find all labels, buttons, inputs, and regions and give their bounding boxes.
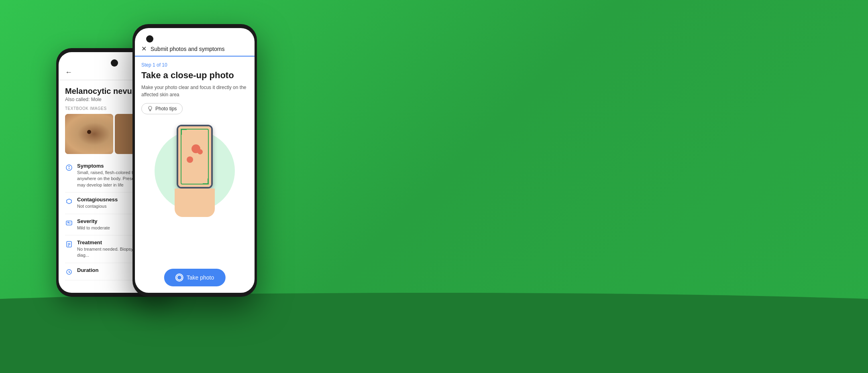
duration-icon — [65, 268, 73, 276]
illus-phone-screen — [178, 126, 211, 186]
phone2-screen: ✕ Submit photos and symptoms Step 1 of 1… — [135, 28, 255, 293]
contagiousness-description: Not contagious — [77, 203, 118, 209]
back-icon[interactable]: ← — [65, 68, 72, 77]
severity-description: Mild to moderate — [77, 225, 110, 231]
contagiousness-label: Contagiousness — [77, 197, 118, 203]
treatment-icon — [65, 240, 73, 248]
phone1-notch — [111, 59, 118, 67]
hand-phone-illustration — [167, 125, 223, 217]
hand-shape — [175, 189, 215, 217]
contagiousness-text: Contagiousness Not contagious — [77, 197, 118, 209]
severity-label: Severity — [77, 218, 110, 224]
phone2: ✕ Submit photos and symptoms Step 1 of 1… — [132, 24, 257, 297]
bg-hill — [0, 293, 868, 373]
phone2-content: Step 1 of 10 Take a close-up photo Make … — [135, 57, 255, 227]
focus-bracket — [181, 129, 209, 184]
severity-icon — [65, 219, 73, 227]
topbar-title: Submit photos and symptoms — [151, 46, 224, 52]
step-label: Step 1 of 10 — [141, 62, 248, 68]
textbook-image-1 — [65, 114, 113, 154]
main-title: Take a close-up photo — [141, 70, 248, 81]
phones-container: ← Melanocytic nevus Also called: Mole TE… — [56, 24, 257, 297]
contagiousness-icon — [65, 197, 73, 205]
take-photo-button[interactable]: Take photo — [164, 269, 226, 286]
severity-text: Severity Mild to moderate — [77, 218, 110, 231]
photo-illustration — [141, 121, 248, 221]
close-icon[interactable]: ✕ — [141, 45, 147, 53]
illus-inner-phone — [177, 125, 213, 188]
symptoms-icon — [65, 164, 73, 172]
duration-text: Duration — [77, 267, 98, 274]
camera-icon — [175, 274, 183, 282]
duration-label: Duration — [77, 267, 98, 273]
phone2-notch — [146, 35, 153, 43]
skin-texture — [65, 114, 113, 154]
lightbulb-icon — [147, 106, 153, 111]
photo-tips-label: Photo tips — [155, 106, 177, 111]
svg-rect-6 — [67, 241, 71, 247]
description-text: Make your photo clear and focus it direc… — [141, 84, 248, 98]
photo-tips-button[interactable]: Photo tips — [141, 103, 183, 114]
phone2-topbar: ✕ Submit photos and symptoms — [135, 28, 255, 57]
take-photo-label: Take photo — [187, 274, 214, 281]
illus-skin-area — [178, 126, 211, 186]
svg-point-1 — [69, 166, 70, 167]
